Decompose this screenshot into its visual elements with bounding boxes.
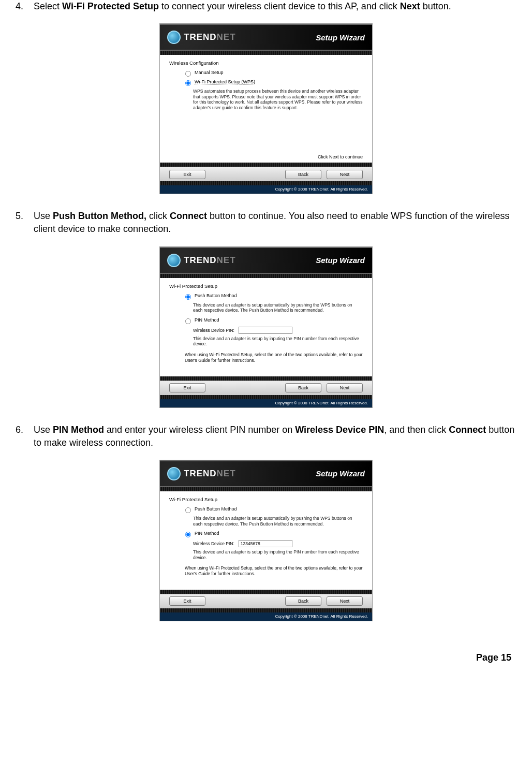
- exit-button[interactable]: Exit: [169, 383, 205, 392]
- bold: Wireless Device PIN: [295, 425, 384, 435]
- pin-input[interactable]: [239, 327, 292, 334]
- next-button[interactable]: Next: [327, 596, 363, 606]
- option-label: PIN Method: [195, 317, 219, 323]
- divider: [160, 487, 372, 491]
- step-number: 4.: [16, 0, 31, 13]
- back-button[interactable]: Back: [285, 383, 321, 392]
- pin-label: Wireless Device PIN:: [193, 328, 234, 333]
- next-button[interactable]: Next: [327, 383, 363, 392]
- wizard-title: Setup Wizard: [316, 33, 365, 42]
- page-number: Page 15: [16, 652, 516, 663]
- wizard-header: TRENDNET Setup Wizard: [160, 247, 372, 274]
- divider: [160, 51, 372, 55]
- pin-label: Wireless Device PIN:: [193, 541, 234, 546]
- option-manual-setup[interactable]: Manual Setup: [185, 70, 363, 77]
- section-heading: Wi-Fi Protected Setup: [169, 497, 363, 502]
- back-button[interactable]: Back: [285, 170, 321, 179]
- bold: Wi-Fi Protected Setup: [62, 1, 159, 11]
- wizard-body: Wi-Fi Protected Setup Push Button Method…: [160, 491, 372, 590]
- exit-button[interactable]: Exit: [169, 170, 205, 179]
- copyright: Copyright © 2008 TRENDnet. All Rights Re…: [160, 399, 372, 407]
- wizard-body: Wireless Configuration Manual Setup Wi-F…: [160, 55, 372, 153]
- text: click: [146, 211, 170, 221]
- step-body: Use PIN Method and enter your wireless c…: [34, 424, 516, 449]
- copyright: Copyright © 2008 TRENDnet. All Rights Re…: [160, 612, 372, 621]
- text: Select: [34, 1, 62, 11]
- exit-button[interactable]: Exit: [169, 596, 205, 606]
- option-push-button[interactable]: Push Button Method: [185, 506, 363, 514]
- divider: [160, 395, 372, 399]
- text: button.: [420, 1, 451, 11]
- next-button[interactable]: Next: [327, 170, 363, 179]
- divider: [160, 590, 372, 594]
- text: to connect your wireless client device t…: [159, 1, 400, 11]
- back-button[interactable]: Back: [285, 596, 321, 606]
- wizard-body: Wi-Fi Protected Setup Push Button Method…: [160, 278, 372, 376]
- step-body: Use Push Button Method, click Connect bu…: [34, 210, 516, 236]
- radio-pin[interactable]: [185, 318, 191, 324]
- option-label: Manual Setup: [195, 70, 224, 75]
- text: Use: [34, 211, 53, 221]
- divider: [160, 274, 372, 278]
- step-number: 5.: [16, 210, 31, 223]
- option-description: This device and an adapter is setup auto…: [193, 516, 363, 527]
- step-body: Select Wi-Fi Protected Setup to connect …: [34, 0, 516, 13]
- pin-input[interactable]: [239, 540, 292, 547]
- option-description: WPS automates the setup process between …: [193, 89, 363, 111]
- screenshot-1: TRENDNET Setup Wizard Wireless Configura…: [159, 23, 373, 194]
- step-6: 6. Use PIN Method and enter your wireles…: [16, 424, 516, 621]
- text: and enter your wireless client PIN numbe…: [104, 425, 295, 435]
- nav-buttons: Back Next: [285, 383, 363, 392]
- option-label: Wi-Fi Protected Setup (WPS): [195, 79, 255, 84]
- wizard-footer: Exit Back Next: [160, 167, 372, 181]
- bold: Next: [400, 1, 420, 11]
- brand-part2: NET: [217, 469, 236, 478]
- option-push-button[interactable]: Push Button Method: [185, 293, 363, 300]
- option-pin[interactable]: PIN Method: [185, 317, 363, 325]
- brand-part1: TREND: [184, 469, 217, 478]
- wizard-header: TRENDNET Setup Wizard: [160, 460, 372, 487]
- wizard-footer: Exit Back Next: [160, 594, 372, 608]
- option-description: This device and an adapter is setup by i…: [193, 336, 363, 347]
- radio-wps[interactable]: [185, 80, 191, 86]
- brand-part2: NET: [217, 32, 236, 42]
- brand-text: TRENDNET: [184, 32, 236, 42]
- section-heading: Wireless Configuration: [169, 60, 363, 66]
- text: Use: [34, 425, 53, 435]
- globe-icon: [167, 31, 181, 44]
- brand-text: TRENDNET: [184, 255, 236, 266]
- globe-icon: [167, 467, 181, 480]
- wizard-title: Setup Wizard: [316, 256, 365, 265]
- brand: TRENDNET: [167, 31, 236, 44]
- divider: [160, 181, 372, 185]
- brand-part2: NET: [217, 255, 236, 265]
- wizard-title: Setup Wizard: [316, 469, 365, 478]
- brand-part1: TREND: [184, 32, 217, 42]
- step-4-text: 4. Select Wi-Fi Protected Setup to conne…: [16, 0, 516, 13]
- radio-manual[interactable]: [185, 71, 191, 77]
- pin-row: Wireless Device PIN:: [193, 540, 363, 547]
- screenshot-3: TRENDNET Setup Wizard Wi-Fi Protected Se…: [159, 460, 373, 621]
- divider: [160, 608, 372, 612]
- screenshot-2: TRENDNET Setup Wizard Wi-Fi Protected Se…: [159, 246, 373, 408]
- step-5: 5. Use Push Button Method, click Connect…: [16, 210, 516, 407]
- hint-text: Click Next to continue: [160, 153, 372, 163]
- globe-icon: [167, 254, 181, 267]
- option-pin[interactable]: PIN Method: [185, 531, 363, 538]
- radio-push-button[interactable]: [185, 507, 191, 513]
- step-number: 6.: [16, 424, 31, 436]
- bold: Connect: [170, 211, 207, 221]
- step-4: 4. Select Wi-Fi Protected Setup to conne…: [16, 0, 516, 194]
- radio-push-button[interactable]: [185, 294, 191, 300]
- option-description: This device and an adapter is setup by i…: [193, 549, 363, 560]
- pin-row: Wireless Device PIN:: [193, 327, 363, 334]
- bold: Push Button Method,: [53, 211, 146, 221]
- brand-part1: TREND: [184, 255, 217, 265]
- section-heading: Wi-Fi Protected Setup: [169, 283, 363, 289]
- brand-text: TRENDNET: [184, 469, 236, 479]
- brand: TRENDNET: [167, 254, 236, 267]
- note-text: When using Wi-Fi Protected Setup, select…: [185, 565, 363, 576]
- radio-pin[interactable]: [185, 532, 191, 537]
- wizard-header: TRENDNET Setup Wizard: [160, 24, 372, 51]
- option-wps[interactable]: Wi-Fi Protected Setup (WPS): [185, 79, 363, 86]
